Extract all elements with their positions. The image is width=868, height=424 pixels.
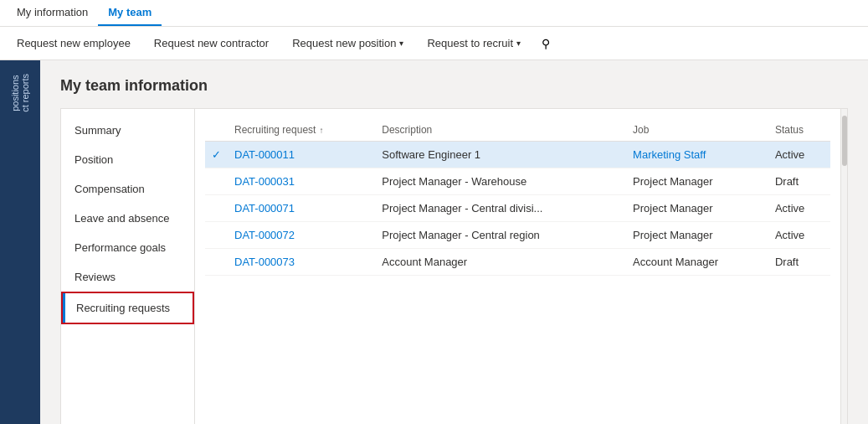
request-id-link[interactable]: DAT-000072	[234, 229, 295, 241]
table-row[interactable]: ✓DAT-000011Software Engineer 1Marketing …	[205, 142, 830, 168]
row-status: Active	[768, 195, 830, 222]
positions-link[interactable]: positionsct reports	[7, 67, 33, 119]
table-row[interactable]: DAT-000073Account ManagerAccount Manager…	[205, 249, 830, 276]
row-id[interactable]: DAT-000011	[228, 142, 375, 168]
row-description: Project Manager - Warehouse	[375, 168, 626, 195]
col-check	[205, 119, 228, 142]
row-checkbox	[205, 249, 228, 276]
row-job: Project Manager	[626, 195, 768, 222]
search-icon: ⚲	[542, 37, 550, 50]
col-status: Status	[768, 119, 830, 142]
scrollbar[interactable]	[840, 109, 847, 424]
nav-performance-goals[interactable]: Performance goals	[61, 233, 194, 262]
chevron-down-icon: ▾	[516, 39, 521, 48]
nav-leave-absence[interactable]: Leave and absence	[61, 204, 194, 233]
request-id-link[interactable]: DAT-000031	[234, 175, 295, 188]
request-id-link[interactable]: DAT-000011	[234, 148, 295, 161]
row-job: Account Manager	[626, 249, 768, 276]
search-button[interactable]: ⚲	[534, 32, 557, 55]
sort-asc-icon: ↑	[319, 126, 323, 135]
request-new-position-button[interactable]: Request new position ▾	[282, 32, 413, 55]
nav-reviews[interactable]: Reviews	[61, 262, 194, 292]
row-checkbox	[205, 168, 228, 195]
row-job: Project Manager	[626, 168, 768, 195]
row-id[interactable]: DAT-000071	[228, 195, 375, 222]
nav-recruiting-requests[interactable]: Recruiting requests	[61, 292, 194, 324]
row-status: Draft	[768, 249, 830, 276]
row-status: Active	[768, 142, 830, 168]
row-description: Project Manager - Central region	[375, 222, 626, 249]
row-checkbox: ✓	[205, 142, 228, 168]
main-layout: positionsct reports My team information …	[0, 60, 868, 424]
chevron-down-icon: ▾	[399, 39, 403, 48]
scrollbar-thumb	[842, 116, 847, 166]
tab-my-information[interactable]: My information	[7, 0, 98, 26]
job-link[interactable]: Marketing Staff	[633, 148, 706, 161]
row-id[interactable]: DAT-000073	[228, 249, 375, 276]
nav-summary[interactable]: Summary	[61, 116, 194, 145]
inner-layout: Summary Position Compensation Leave and …	[60, 108, 848, 424]
row-checkbox	[205, 222, 228, 249]
table-row[interactable]: DAT-000072Project Manager - Central regi…	[205, 222, 830, 249]
table-row[interactable]: DAT-000031Project Manager - WarehousePro…	[205, 168, 830, 195]
top-tabs: My information My team	[0, 0, 868, 27]
left-nav: Summary Position Compensation Leave and …	[61, 109, 195, 424]
row-description: Account Manager	[375, 249, 626, 276]
row-status: Active	[768, 222, 830, 249]
col-job: Job	[626, 119, 768, 142]
action-bar: Request new employee Request new contrac…	[0, 27, 868, 60]
request-to-recruit-button[interactable]: Request to recruit ▾	[417, 32, 531, 55]
row-checkbox	[205, 195, 228, 222]
request-new-contractor-button[interactable]: Request new contractor	[144, 32, 279, 55]
nav-compensation[interactable]: Compensation	[61, 174, 194, 204]
content-area: My team information Summary Position Com…	[40, 60, 868, 424]
nav-position[interactable]: Position	[61, 145, 194, 174]
checkmark-icon: ✓	[212, 148, 221, 161]
row-id[interactable]: DAT-000031	[228, 168, 375, 195]
row-job[interactable]: Marketing Staff	[626, 142, 768, 168]
row-status: Draft	[768, 168, 830, 195]
recruiting-requests-table: Recruiting request ↑ Description Job	[205, 119, 830, 276]
row-id[interactable]: DAT-000072	[228, 222, 375, 249]
col-description: Description	[375, 119, 626, 142]
request-id-link[interactable]: DAT-000073	[234, 256, 295, 268]
request-new-employee-button[interactable]: Request new employee	[7, 32, 141, 55]
col-recruiting-request[interactable]: Recruiting request ↑	[228, 119, 375, 142]
tab-my-team[interactable]: My team	[98, 0, 162, 26]
left-panel: positionsct reports	[0, 60, 40, 424]
row-description: Software Engineer 1	[375, 142, 626, 168]
table-row[interactable]: DAT-000071Project Manager - Central divi…	[205, 195, 830, 222]
row-description: Project Manager - Central divisi...	[375, 195, 626, 222]
table-area: Recruiting request ↑ Description Job	[195, 109, 840, 424]
row-job: Project Manager	[626, 222, 768, 249]
request-id-link[interactable]: DAT-000071	[234, 202, 295, 215]
page-title: My team information	[60, 77, 848, 95]
